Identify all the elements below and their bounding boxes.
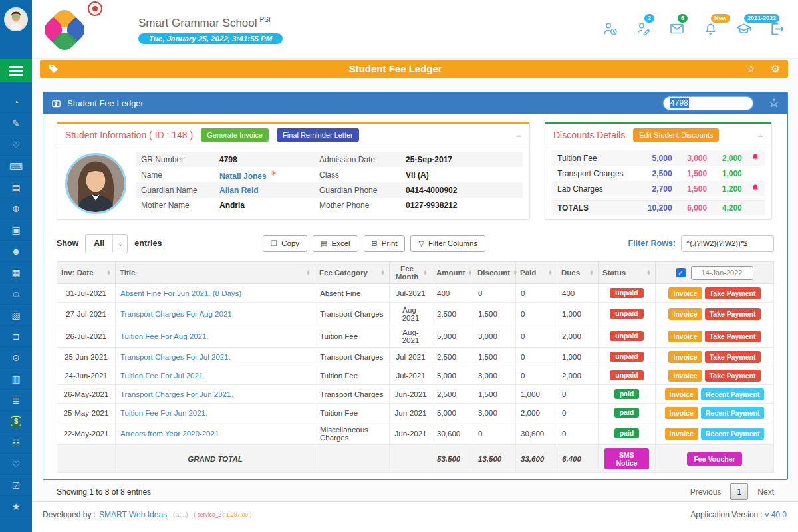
sidebar-item-fee-collection[interactable]: $: [0, 411, 32, 432]
column-header-amount[interactable]: Amount▲▼: [432, 262, 473, 284]
sidebar-item-tasks[interactable]: ☑: [0, 475, 32, 496]
cell-actions: InvoiceRecent Payment: [656, 385, 774, 404]
recent-payment-button[interactable]: Recent Payment: [701, 407, 765, 419]
invoice-button[interactable]: Invoice: [665, 428, 698, 440]
next-page-button[interactable]: Next: [757, 487, 774, 497]
sidebar-item-admissions[interactable]: ▣: [0, 219, 32, 241]
sidebar-item-library[interactable]: ≣: [0, 390, 32, 411]
messages-icon[interactable]: 6: [668, 20, 686, 37]
academics-icon: ★: [12, 502, 21, 511]
edit-discounts-button[interactable]: Edit Student Discounts: [633, 128, 719, 142]
entries-label: entries: [134, 239, 162, 248]
search-input[interactable]: 4798: [663, 96, 753, 110]
take-payment-button[interactable]: Take Payment: [705, 287, 761, 299]
copy-button[interactable]: ❐Copy: [263, 235, 307, 252]
fee-title-link[interactable]: Tuition Fee For Jul 2021.: [120, 372, 205, 380]
sidebar-item-academics[interactable]: ★: [0, 496, 32, 517]
entries-select[interactable]: All ⌄: [85, 234, 128, 253]
sidebar-item-accounts[interactable]: ⊙: [0, 347, 32, 368]
company-link[interactable]: SMART Web Ideas: [99, 510, 167, 519]
take-payment-button[interactable]: Take Payment: [705, 370, 761, 382]
sidebar-item-atm-card[interactable]: ⌨: [0, 156, 32, 177]
field-value-guardian-name[interactable]: Allan Reid: [219, 186, 319, 195]
invoice-button[interactable]: Invoice: [668, 370, 702, 382]
sidebar-item-website[interactable]: ⊕: [0, 198, 32, 219]
fee-title-link[interactable]: Transport Charges For Jun 2021.: [120, 390, 233, 398]
field-value-name[interactable]: Natali Jones✳: [219, 169, 319, 181]
invoice-button[interactable]: Invoice: [668, 331, 702, 342]
column-header-fee-month[interactable]: Fee Month▲▼: [390, 262, 432, 284]
sidebar-item-student-edit[interactable]: ✎: [0, 113, 32, 134]
sidebar-item-feedback[interactable]: ♡: [0, 454, 32, 475]
sort-arrows-icon: ▲▼: [548, 270, 553, 276]
excel-button[interactable]: ▤Excel: [313, 235, 358, 252]
invoice-button[interactable]: Invoice: [668, 308, 702, 320]
take-payment-button[interactable]: Take Payment: [705, 351, 761, 363]
panel-favorite-star-icon[interactable]: ☆: [769, 96, 779, 110]
filter-rows-input[interactable]: [681, 235, 774, 252]
collapse-icon[interactable]: –: [516, 130, 521, 140]
students-icon: ☻: [11, 247, 21, 256]
sidebar-item-hr[interactable]: ☷: [0, 432, 32, 454]
collapse-icon[interactable]: –: [758, 130, 763, 140]
sidebar-item-id-card[interactable]: ▤: [0, 177, 32, 198]
column-header-discount[interactable]: Discount▲▼: [473, 262, 516, 284]
sidebar-item-front-desk[interactable]: ☺: [0, 283, 32, 305]
discounts-card: Discounts Details Edit Student Discounts…: [545, 122, 772, 220]
sidebar-item-health[interactable]: ♡: [0, 134, 32, 156]
generate-invoice-button[interactable]: Generate Invoice: [201, 128, 269, 142]
take-payment-button[interactable]: Take Payment: [705, 331, 761, 342]
sidebar-item-inventory[interactable]: ▥: [0, 368, 32, 390]
column-header-dues[interactable]: Dues▲▼: [557, 262, 598, 284]
fee-title-link[interactable]: Tuition Fee For Aug 2021.: [120, 332, 209, 340]
fee-title-link[interactable]: Transport Charges For Aug 2021.: [120, 310, 234, 318]
final-reminder-button[interactable]: Final Reminder Letter: [277, 128, 359, 142]
sidebar-item-dashboard[interactable]: ◔: [0, 92, 32, 113]
take-payment-button[interactable]: Take Payment: [705, 308, 761, 320]
invoice-button[interactable]: Invoice: [668, 351, 702, 363]
sidebar-item-students[interactable]: ☻: [0, 241, 32, 262]
table-row: 27-Jul-2021Transport Charges For Aug 202…: [57, 303, 774, 325]
sidebar-item-gallery[interactable]: ▧: [0, 305, 32, 326]
fee-voucher-button[interactable]: Fee Voucher: [687, 452, 741, 466]
academic-session-icon[interactable]: 2021-2022: [735, 20, 752, 37]
field-value-gr-number: 4798: [219, 155, 319, 164]
cell-amount: 5,000: [432, 404, 473, 422]
sidebar-item-attendance-calendar[interactable]: ▦: [0, 262, 32, 283]
discount-rows: Tuition Fee5,0003,0002,000Transport Char…: [552, 150, 765, 196]
print-button[interactable]: ⊟Print: [364, 235, 406, 252]
column-header-paid[interactable]: Paid▲▼: [516, 262, 557, 284]
logout-icon[interactable]: [768, 20, 785, 37]
settings-gears-icon[interactable]: ⚙: [771, 63, 780, 75]
favorite-star-icon[interactable]: ☆: [746, 63, 755, 75]
previous-page-button[interactable]: Previous: [690, 487, 722, 497]
invoice-button[interactable]: Invoice: [665, 388, 698, 400]
date-filter-checkbox[interactable]: ✓: [676, 268, 686, 277]
student-photo-image: [67, 155, 124, 212]
notifications-bell-icon[interactable]: New: [702, 20, 719, 37]
column-header-title[interactable]: Title▲▼: [116, 262, 315, 284]
page-number-button[interactable]: 1: [730, 483, 748, 500]
attendance-clock-icon[interactable]: [602, 20, 619, 37]
menu-toggle-button[interactable]: [0, 59, 32, 82]
student-requests-icon[interactable]: 2: [635, 20, 652, 37]
user-avatar[interactable]: [4, 7, 28, 31]
sms-notice-button[interactable]: SMS Notice: [604, 448, 649, 469]
header-label: Dues: [561, 269, 580, 277]
invoice-button[interactable]: Invoice: [668, 287, 702, 299]
fee-title-link[interactable]: Transport Charges For Jul 2021.: [120, 353, 231, 361]
invoice-button[interactable]: Invoice: [665, 407, 698, 419]
fee-title-link[interactable]: Absent Fine For Jun 2021. (8 Days): [120, 289, 241, 297]
filter-columns-button[interactable]: ▽Filter Columns: [410, 235, 485, 252]
recent-payment-button[interactable]: Recent Payment: [701, 388, 765, 400]
date-filter-input[interactable]: [691, 266, 753, 280]
fee-ledger-panel: Student Fee Ledger 4798 ☆ Student Inform…: [43, 92, 788, 480]
column-header-fee-category[interactable]: Fee Category▲▼: [315, 262, 390, 284]
column-header-status[interactable]: Status▲▼: [598, 262, 656, 284]
recent-payment-button[interactable]: Recent Payment: [701, 428, 765, 440]
sidebar-item-transport[interactable]: ⊐: [0, 326, 32, 347]
column-header-inv-date[interactable]: Inv: Date▲▼: [57, 262, 116, 284]
fee-title-link[interactable]: Arrears from Year 2020-2021: [120, 430, 219, 438]
header-label: Discount: [477, 269, 510, 277]
fee-title-link[interactable]: Tuition Fee For Jun 2021.: [120, 409, 207, 417]
